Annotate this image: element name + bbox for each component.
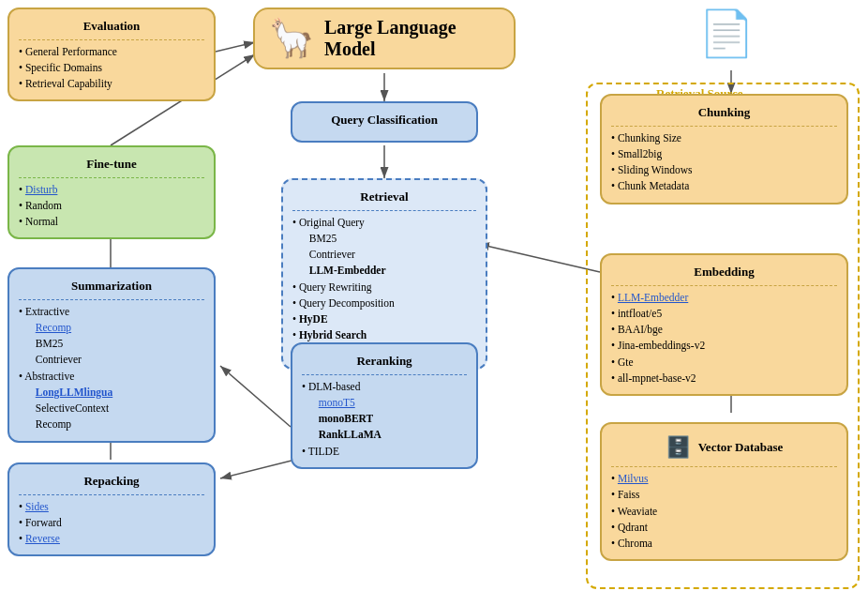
evaluation-title: Evaluation	[19, 17, 204, 36]
repacking-box: Repacking • Sides • Forward • Reverse	[7, 462, 216, 556]
embedding-jina: Jina-embeddings-v2	[618, 340, 705, 351]
retrieval-hyde: HyDE	[299, 313, 328, 325]
embedding-llm-embedder[interactable]: LLM-Embedder	[618, 292, 688, 303]
reranking-box: Reranking • DLM-based monoT5 monoBERT Ra…	[291, 342, 478, 469]
retrieval-llm-embedder: LLM-Embedder	[309, 265, 386, 276]
vector-db-box: 🗄️ Vector Database • Milvus • Faiss • We…	[600, 422, 848, 561]
eval-item-1: General Performance	[25, 46, 117, 57]
vdb-chroma: Chroma	[618, 538, 652, 549]
evaluation-items: • General Performance • Specific Domains…	[19, 44, 204, 93]
chunking-size: Chunking Size	[618, 132, 681, 144]
main-diagram: 🦙 Large Language Model 📄 Evaluation • Ge…	[0, 0, 868, 591]
summ-longllmlingua[interactable]: LongLLMlingua	[36, 386, 112, 398]
evaluation-box: Evaluation • General Performance • Speci…	[7, 8, 216, 101]
repacking-sides[interactable]: Sides	[25, 501, 49, 512]
finetune-item-disturb[interactable]: Disturb	[25, 184, 58, 195]
vdb-milvus[interactable]: Milvus	[618, 473, 649, 484]
vdb-title: Vector Database	[698, 438, 784, 457]
embedding-title: Embedding	[611, 263, 837, 281]
eval-item-3: Retrieval Capability	[25, 78, 112, 89]
llama-icon: 🦙	[268, 20, 315, 57]
chunking-small2big: Small2big	[618, 148, 662, 159]
query-classification-box: Query Classification	[291, 101, 478, 143]
svg-line-7	[220, 460, 295, 478]
eval-item-2: Specific Domains	[25, 62, 102, 73]
svg-line-6	[220, 366, 291, 427]
svg-line-2	[216, 42, 255, 52]
embedding-gte: Gte	[618, 356, 634, 368]
reranking-monobert: monoBERT	[319, 413, 373, 424]
repacking-title: Repacking	[19, 472, 204, 491]
embedding-intfloat: intfloat/e5	[618, 308, 662, 319]
retrieval-hybrid: Hybrid Search	[299, 329, 367, 341]
summarization-title: Summarization	[19, 277, 204, 296]
finetune-item-random: Random	[25, 200, 62, 211]
finetune-title: Fine-tune	[19, 155, 204, 174]
repacking-forward: Forward	[25, 517, 62, 528]
document-icon: 📄	[698, 8, 755, 60]
chunking-title: Chunking	[611, 103, 837, 122]
retrieval-title: Retrieval	[292, 188, 476, 206]
finetune-item-normal: Normal	[25, 216, 58, 227]
vdb-qdrant: Qdrant	[618, 522, 648, 533]
reranking-monot5[interactable]: monoT5	[319, 397, 355, 408]
vdb-weaviate: Weaviate	[618, 506, 658, 517]
chunking-metadata: Chunk Metadata	[618, 180, 689, 191]
reranking-rankllama: RankLLaMA	[319, 429, 382, 440]
summarization-box: Summarization • Extractive Recomp BM25 C…	[7, 267, 216, 443]
reranking-title: Reranking	[302, 352, 467, 371]
llm-title: Large Language Model	[324, 17, 501, 60]
chunking-box: Chunking • Chunking Size • Small2big • S…	[600, 94, 848, 205]
repacking-reverse[interactable]: Reverse	[25, 533, 60, 544]
retrieval-box: Retrieval • Original Query BM25 Contriev…	[281, 178, 487, 370]
chunking-sliding: Sliding Windows	[618, 164, 693, 175]
embedding-baai: BAAI/bge	[618, 324, 663, 335]
db-icon: 🗄️	[666, 432, 691, 462]
llm-box: 🦙 Large Language Model	[253, 8, 516, 69]
finetune-box: Fine-tune • Disturb • Random • Normal	[7, 145, 216, 239]
qc-title: Query Classification	[302, 111, 467, 129]
embedding-mpnet: all-mpnet-base-v2	[618, 372, 696, 384]
svg-line-12	[478, 244, 600, 272]
summ-recomp-extractive[interactable]: Recomp	[36, 322, 71, 333]
vdb-faiss: Faiss	[618, 489, 640, 500]
embedding-box: Embedding • LLM-Embedder • intfloat/e5 •…	[600, 253, 848, 396]
